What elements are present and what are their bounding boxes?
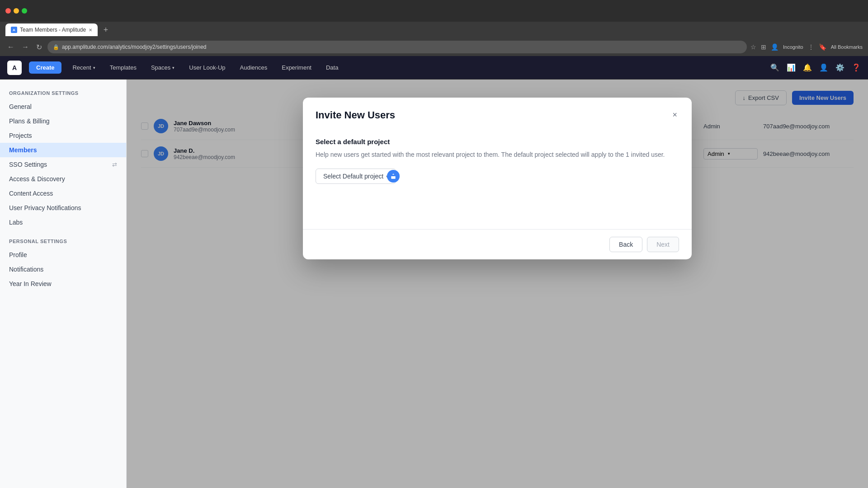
nav-icons-right: 🔍 📊 🔔 👤 ⚙️ ❓ bbox=[770, 63, 861, 72]
browser-maximize-btn[interactable] bbox=[22, 8, 27, 14]
modal-header: Invite New Users × bbox=[303, 98, 692, 129]
incognito-label: Incognito bbox=[783, 44, 803, 50]
sidebar-item-content-access[interactable]: Content Access bbox=[0, 186, 126, 201]
notification-bell-icon[interactable]: 🔔 bbox=[803, 63, 812, 72]
browser-minimize-btn[interactable] bbox=[14, 8, 19, 14]
recent-chevron-icon: ▾ bbox=[93, 66, 95, 70]
select-default-project-button[interactable]: Select Default project ▾ bbox=[316, 169, 396, 184]
tab-favicon: A bbox=[11, 27, 17, 33]
sidebar-item-labs[interactable]: Labs bbox=[0, 215, 126, 230]
modal-footer: Back Next bbox=[303, 230, 692, 259]
nav-item-audiences[interactable]: Audiences bbox=[236, 62, 271, 73]
sidebar-item-members[interactable]: Members bbox=[0, 143, 126, 157]
url-text: app.amplitude.com/analytics/moodjoy2/set… bbox=[62, 44, 207, 50]
tab-title: Team Members - Amplitude bbox=[20, 27, 86, 33]
help-icon[interactable]: ❓ bbox=[852, 63, 861, 72]
sidebar-item-plans-billing[interactable]: Plans & Billing bbox=[0, 114, 126, 128]
sidebar-item-access-discovery[interactable]: Access & Discovery bbox=[0, 172, 126, 186]
sidebar-item-profile[interactable]: Profile bbox=[0, 248, 126, 262]
modal-section-title: Select a default project bbox=[316, 138, 679, 145]
active-tab[interactable]: A Team Members - Amplitude ✕ bbox=[5, 23, 98, 36]
new-tab-btn[interactable]: + bbox=[99, 23, 112, 36]
menu-icon[interactable]: ⋮ bbox=[808, 43, 814, 51]
user-icon[interactable]: 👤 bbox=[819, 63, 828, 72]
sidebar-item-year-in-review[interactable]: Year In Review bbox=[0, 277, 126, 291]
sidebar-item-sso[interactable]: SSO Settings ⇄ bbox=[0, 157, 126, 172]
sidebar-item-projects[interactable]: Projects bbox=[0, 128, 126, 143]
modal-close-button[interactable]: × bbox=[670, 108, 679, 122]
nav-item-experiment[interactable]: Experiment bbox=[278, 62, 315, 73]
sidebar-item-general[interactable]: General bbox=[0, 99, 126, 114]
spaces-chevron-icon: ▾ bbox=[172, 66, 175, 70]
back-button[interactable]: Back bbox=[609, 237, 642, 252]
modal-title: Invite New Users bbox=[316, 109, 395, 121]
amplitude-logo[interactable]: A bbox=[7, 61, 22, 75]
address-bar[interactable]: 🔒 app.amplitude.com/analytics/moodjoy2/s… bbox=[47, 41, 747, 53]
nav-item-recent[interactable]: Recent ▾ bbox=[69, 62, 99, 73]
modal-overlay: Invite New Users × Select a default proj… bbox=[127, 80, 868, 488]
sidebar: Organization settings General Plans & Bi… bbox=[0, 80, 127, 488]
sso-icon: ⇄ bbox=[112, 161, 117, 168]
settings-gear-icon[interactable]: ⚙️ bbox=[835, 63, 844, 72]
main-content: ↓ Export CSV Invite New Users JD Jane Da… bbox=[127, 80, 868, 488]
reload-btn[interactable]: ↻ bbox=[34, 41, 44, 53]
bookmark-icon[interactable]: ☆ bbox=[750, 43, 756, 51]
profile-icon[interactable]: 👤 bbox=[771, 43, 778, 51]
create-button[interactable]: Create bbox=[29, 61, 61, 74]
search-icon[interactable]: 🔍 bbox=[770, 63, 779, 72]
cursor-indicator bbox=[387, 170, 400, 183]
back-nav-btn[interactable]: ← bbox=[5, 41, 16, 53]
all-bookmarks-label: All Bookmarks bbox=[831, 44, 863, 50]
next-button[interactable]: Next bbox=[647, 237, 679, 252]
lock-icon: 🔒 bbox=[53, 44, 59, 50]
forward-nav-btn[interactable]: → bbox=[20, 41, 31, 53]
nav-item-templates[interactable]: Templates bbox=[106, 62, 140, 73]
personal-settings-title: Personal settings bbox=[0, 239, 126, 248]
bookmarks-bar-icon[interactable]: 🔖 bbox=[819, 43, 826, 51]
activity-icon[interactable]: 📊 bbox=[787, 63, 796, 72]
tab-close-icon[interactable]: ✕ bbox=[89, 28, 92, 33]
nav-item-spaces[interactable]: Spaces ▾ bbox=[147, 62, 178, 73]
nav-item-data[interactable]: Data bbox=[322, 62, 342, 73]
nav-item-user-lookup[interactable]: User Look-Up bbox=[185, 62, 229, 73]
extension-icon[interactable]: ⊞ bbox=[761, 43, 766, 51]
top-nav: A Create Recent ▾ Templates Spaces ▾ Use… bbox=[0, 56, 868, 80]
sidebar-item-notifications[interactable]: Notifications bbox=[0, 262, 126, 277]
browser-close-btn[interactable] bbox=[5, 8, 11, 14]
sidebar-item-user-privacy[interactable]: User Privacy Notifications bbox=[0, 201, 126, 215]
modal-body: Select a default project Help new users … bbox=[303, 129, 692, 229]
org-settings-title: Organization settings bbox=[0, 90, 126, 99]
invite-users-modal: Invite New Users × Select a default proj… bbox=[303, 98, 692, 259]
modal-description: Help new users get started with the most… bbox=[316, 150, 679, 160]
